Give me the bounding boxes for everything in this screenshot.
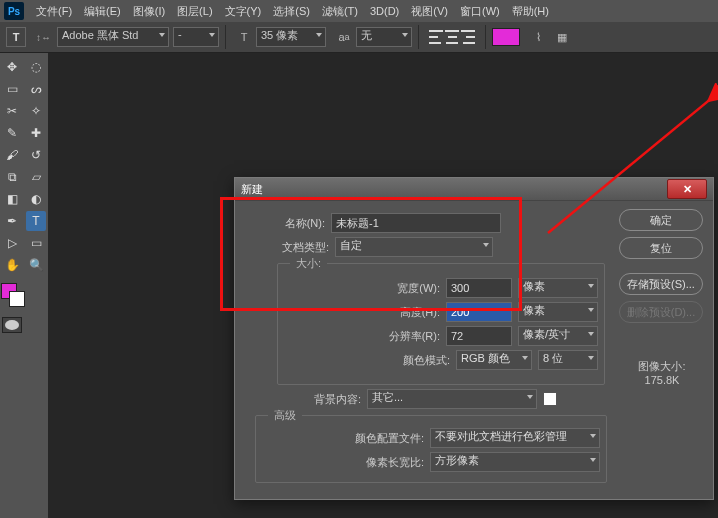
color-swatches[interactable] <box>1 283 23 305</box>
height-unit-select[interactable]: 像素 <box>518 302 598 322</box>
bg-select[interactable]: 其它... <box>367 389 537 409</box>
brush-tool[interactable]: 🖌 <box>2 145 22 165</box>
save-preset-button[interactable]: 存储预设(S)... <box>619 273 703 295</box>
crop-tool[interactable]: ✂ <box>2 101 22 121</box>
colormode-select[interactable]: RGB 颜色 <box>456 350 532 370</box>
size-fieldset: 大小: 宽度(W): 像素 高度(H): 像素 分辨率(R): 像素 <box>277 263 605 385</box>
close-button[interactable]: ✕ <box>667 179 707 199</box>
name-input[interactable] <box>331 213 501 233</box>
font-family-select[interactable]: Adobe 黑体 Std <box>57 27 169 47</box>
options-bar: T ↕↔ Adobe 黑体 Std - T 35 像素 aa 无 ⌇ ▦ <box>0 22 718 53</box>
menu-filter[interactable]: 滤镜(T) <box>316 4 364 19</box>
canvas-area: 新建 ✕ 确定 复位 存储预设(S)... 删除预设(D)... 图像大小: 1… <box>48 53 718 518</box>
path-select-tool[interactable]: ▷ <box>2 233 22 253</box>
preset-select[interactable]: 自定 <box>335 237 493 257</box>
menu-view[interactable]: 视图(V) <box>405 4 454 19</box>
hand-tool[interactable]: ✋ <box>2 255 22 275</box>
zoom-tool[interactable]: 🔍 <box>26 255 46 275</box>
menu-window[interactable]: 窗口(W) <box>454 4 506 19</box>
eyedropper-tool[interactable]: ✎ <box>2 123 22 143</box>
chevron-down-icon <box>316 33 322 37</box>
divider <box>485 25 486 49</box>
antialias-select[interactable]: 无 <box>356 27 412 47</box>
marquee-tool[interactable]: ▭ <box>2 79 22 99</box>
text-align-group <box>429 30 475 44</box>
resolution-input[interactable] <box>446 326 512 346</box>
chevron-down-icon <box>522 356 528 360</box>
shape-tool[interactable]: ▭ <box>26 233 46 253</box>
new-document-dialog: 新建 ✕ 确定 复位 存储预设(S)... 删除预设(D)... 图像大小: 1… <box>234 177 714 500</box>
lasso-tool[interactable]: ᔕ <box>26 79 46 99</box>
dialog-title: 新建 <box>241 182 667 197</box>
chevron-down-icon <box>402 33 408 37</box>
ok-button[interactable]: 确定 <box>619 209 703 231</box>
delete-preset-button: 删除预设(D)... <box>619 301 703 323</box>
history-brush-tool[interactable]: ↺ <box>26 145 46 165</box>
preset-label: 文档类型: <box>273 240 329 255</box>
bg-label: 背景内容: <box>305 392 361 407</box>
antialias-icon: aa <box>334 27 354 47</box>
text-color-swatch[interactable] <box>492 28 520 46</box>
wand-tool[interactable]: ✧ <box>26 101 46 121</box>
menu-help[interactable]: 帮助(H) <box>506 4 555 19</box>
pen-tool[interactable]: ✒ <box>2 211 22 231</box>
bitdepth-select[interactable]: 8 位 <box>538 350 598 370</box>
menu-edit[interactable]: 编辑(E) <box>78 4 127 19</box>
eraser-tool[interactable]: ▱ <box>26 167 46 187</box>
app-logo: Ps <box>4 2 24 20</box>
panels-toggle-icon[interactable]: ▦ <box>552 27 572 47</box>
aspect-select[interactable]: 方形像素 <box>430 452 600 472</box>
chevron-down-icon <box>527 395 533 399</box>
heal-tool[interactable]: ✚ <box>26 123 46 143</box>
advanced-fieldset: 高级 颜色配置文件: 不要对此文档进行色彩管理 像素长宽比: 方形像素 <box>255 415 607 483</box>
dodge-tool[interactable]: ◐ <box>26 189 46 209</box>
menu-type[interactable]: 文字(Y) <box>219 4 268 19</box>
align-left-button[interactable] <box>429 30 443 44</box>
advanced-legend: 高级 <box>268 408 302 423</box>
rect-select-tool[interactable]: ◌ <box>26 57 46 77</box>
divider <box>225 25 226 49</box>
font-size-select[interactable]: 35 像素 <box>256 27 326 47</box>
bg-color-swatch[interactable] <box>543 392 557 406</box>
chevron-down-icon <box>590 434 596 438</box>
dialog-button-column: 确定 复位 存储预设(S)... 删除预设(D)... 图像大小: 175.8K <box>613 209 703 386</box>
orientation-toggle-icon[interactable]: ↕↔ <box>36 32 51 43</box>
width-input[interactable] <box>446 278 512 298</box>
dialog-body: 确定 复位 存储预设(S)... 删除预设(D)... 图像大小: 175.8K… <box>235 201 713 499</box>
tools-column-right: ◌ ᔕ ✧ ✚ ↺ ▱ ◐ T ▭ 🔍 <box>24 53 48 518</box>
align-right-button[interactable] <box>461 30 475 44</box>
menu-layer[interactable]: 图层(L) <box>171 4 218 19</box>
menu-image[interactable]: 图像(I) <box>127 4 171 19</box>
warp-text-icon[interactable]: ⌇ <box>528 27 548 47</box>
chevron-down-icon <box>590 458 596 462</box>
width-label: 宽度(W): <box>380 281 440 296</box>
tools-column-left: ✥ ▭ ✂ ✎ 🖌 ⧉ ◧ ✒ ▷ ✋ <box>0 53 24 518</box>
font-style-select[interactable]: - <box>173 27 219 47</box>
menu-file[interactable]: 文件(F) <box>30 4 78 19</box>
tool-preset-icon[interactable]: T <box>6 27 26 47</box>
stamp-tool[interactable]: ⧉ <box>2 167 22 187</box>
chevron-down-icon <box>588 284 594 288</box>
resolution-unit-select[interactable]: 像素/英寸 <box>518 326 598 346</box>
dialog-titlebar[interactable]: 新建 ✕ <box>235 178 713 201</box>
gradient-tool[interactable]: ◧ <box>2 189 22 209</box>
profile-select[interactable]: 不要对此文档进行色彩管理 <box>430 428 600 448</box>
background-swatch[interactable] <box>9 291 25 307</box>
workspace: ✥ ▭ ✂ ✎ 🖌 ⧉ ◧ ✒ ▷ ✋ ◌ ᔕ ✧ ✚ ↺ ▱ ◐ T ▭ 🔍 … <box>0 53 718 518</box>
chevron-down-icon <box>588 332 594 336</box>
size-legend: 大小: <box>290 256 327 271</box>
height-input[interactable] <box>446 302 512 322</box>
type-tool[interactable]: T <box>26 211 46 231</box>
align-center-button[interactable] <box>445 30 459 44</box>
profile-label: 颜色配置文件: <box>342 431 424 446</box>
chevron-down-icon <box>483 243 489 247</box>
reset-button[interactable]: 复位 <box>619 237 703 259</box>
chevron-down-icon <box>588 308 594 312</box>
menu-select[interactable]: 选择(S) <box>267 4 316 19</box>
move-tool[interactable]: ✥ <box>2 57 22 77</box>
width-unit-select[interactable]: 像素 <box>518 278 598 298</box>
chevron-down-icon <box>159 33 165 37</box>
chevron-down-icon <box>588 356 594 360</box>
quickmask-toggle[interactable] <box>2 317 22 333</box>
menu-3d[interactable]: 3D(D) <box>364 5 405 17</box>
